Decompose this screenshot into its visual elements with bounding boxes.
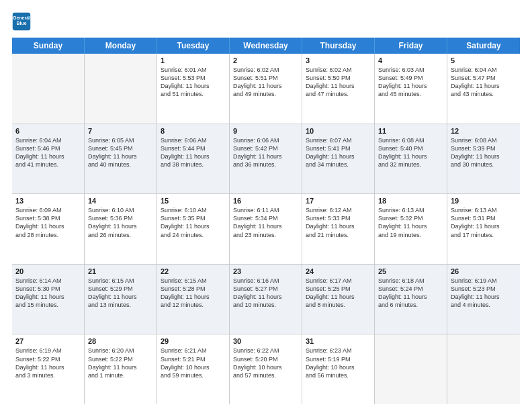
- day-number: 9: [233, 127, 298, 135]
- calendar-day-16: 16Sunrise: 6:11 AM Sunset: 5:34 PM Dayli…: [230, 194, 302, 264]
- calendar-row: 20Sunrise: 6:14 AM Sunset: 5:30 PM Dayli…: [12, 265, 520, 335]
- day-number: 16: [233, 197, 298, 205]
- day-info: Sunrise: 6:17 AM Sunset: 5:25 PM Dayligh…: [306, 277, 371, 310]
- day-info: Sunrise: 6:15 AM Sunset: 5:28 PM Dayligh…: [161, 277, 226, 310]
- day-info: Sunrise: 6:21 AM Sunset: 5:21 PM Dayligh…: [161, 347, 226, 379]
- day-info: Sunrise: 6:19 AM Sunset: 5:23 PM Dayligh…: [451, 277, 517, 310]
- logo-icon: General Blue: [12, 12, 31, 31]
- weekday-header: Sunday: [12, 38, 85, 54]
- calendar-day-12: 12Sunrise: 6:08 AM Sunset: 5:39 PM Dayli…: [447, 124, 520, 194]
- calendar-day-3: 3Sunrise: 6:02 AM Sunset: 5:50 PM Daylig…: [302, 54, 375, 124]
- calendar-day-10: 10Sunrise: 6:07 AM Sunset: 5:41 PM Dayli…: [302, 124, 375, 194]
- svg-text:Blue: Blue: [16, 21, 26, 26]
- day-number: 1: [161, 56, 226, 64]
- calendar-day-15: 15Sunrise: 6:10 AM Sunset: 5:35 PM Dayli…: [157, 194, 230, 264]
- page-header: General Blue: [12, 12, 520, 31]
- weekday-header: Saturday: [447, 38, 520, 54]
- day-number: 8: [161, 127, 226, 135]
- day-info: Sunrise: 6:22 AM Sunset: 5:20 PM Dayligh…: [233, 347, 298, 379]
- calendar-day-19: 19Sunrise: 6:13 AM Sunset: 5:31 PM Dayli…: [447, 194, 520, 264]
- calendar: SundayMondayTuesdayWednesdayThursdayFrid…: [12, 38, 520, 404]
- day-number: 3: [306, 56, 371, 64]
- day-number: 31: [306, 337, 371, 345]
- calendar-day-26: 26Sunrise: 6:19 AM Sunset: 5:23 PM Dayli…: [447, 265, 520, 334]
- day-info: Sunrise: 6:09 AM Sunset: 5:38 PM Dayligh…: [15, 206, 81, 239]
- day-number: 26: [451, 267, 517, 275]
- calendar-empty-cell: [375, 334, 447, 404]
- calendar-day-14: 14Sunrise: 6:10 AM Sunset: 5:36 PM Dayli…: [85, 194, 157, 264]
- calendar-day-13: 13Sunrise: 6:09 AM Sunset: 5:38 PM Dayli…: [12, 194, 85, 264]
- calendar-day-24: 24Sunrise: 6:17 AM Sunset: 5:25 PM Dayli…: [302, 265, 375, 334]
- day-number: 17: [306, 197, 371, 205]
- day-number: 27: [15, 337, 81, 345]
- weekday-header: Tuesday: [157, 38, 230, 54]
- calendar-row: 1Sunrise: 6:01 AM Sunset: 5:53 PM Daylig…: [12, 54, 520, 124]
- day-info: Sunrise: 6:02 AM Sunset: 5:50 PM Dayligh…: [306, 66, 371, 99]
- day-number: 10: [306, 127, 371, 135]
- day-info: Sunrise: 6:23 AM Sunset: 5:19 PM Dayligh…: [306, 347, 371, 379]
- day-info: Sunrise: 6:08 AM Sunset: 5:40 PM Dayligh…: [378, 136, 443, 169]
- day-number: 23: [233, 267, 298, 275]
- day-number: 21: [88, 267, 153, 275]
- day-info: Sunrise: 6:13 AM Sunset: 5:31 PM Dayligh…: [451, 206, 517, 239]
- day-number: 11: [378, 127, 443, 135]
- logo: General Blue: [12, 12, 31, 31]
- day-number: 24: [306, 267, 371, 275]
- day-info: Sunrise: 6:01 AM Sunset: 5:53 PM Dayligh…: [161, 66, 226, 99]
- calendar-day-18: 18Sunrise: 6:13 AM Sunset: 5:32 PM Dayli…: [375, 194, 447, 264]
- calendar-row: 27Sunrise: 6:19 AM Sunset: 5:22 PM Dayli…: [12, 334, 520, 404]
- calendar-day-1: 1Sunrise: 6:01 AM Sunset: 5:53 PM Daylig…: [157, 54, 230, 124]
- day-number: 25: [378, 267, 443, 275]
- calendar-day-2: 2Sunrise: 6:02 AM Sunset: 5:51 PM Daylig…: [230, 54, 302, 124]
- calendar-day-8: 8Sunrise: 6:06 AM Sunset: 5:44 PM Daylig…: [157, 124, 230, 194]
- day-info: Sunrise: 6:06 AM Sunset: 5:42 PM Dayligh…: [233, 136, 298, 169]
- calendar-empty-cell: [85, 54, 157, 124]
- day-number: 14: [88, 197, 153, 205]
- calendar-row: 13Sunrise: 6:09 AM Sunset: 5:38 PM Dayli…: [12, 194, 520, 265]
- day-number: 4: [378, 56, 443, 64]
- day-info: Sunrise: 6:05 AM Sunset: 5:45 PM Dayligh…: [88, 136, 153, 169]
- weekday-header: Wednesday: [230, 38, 302, 54]
- day-info: Sunrise: 6:18 AM Sunset: 5:24 PM Dayligh…: [378, 277, 443, 310]
- day-info: Sunrise: 6:15 AM Sunset: 5:29 PM Dayligh…: [88, 277, 153, 310]
- day-number: 18: [378, 197, 443, 205]
- calendar-row: 6Sunrise: 6:04 AM Sunset: 5:46 PM Daylig…: [12, 124, 520, 195]
- day-number: 22: [161, 267, 226, 275]
- day-info: Sunrise: 6:06 AM Sunset: 5:44 PM Dayligh…: [161, 136, 226, 169]
- day-number: 12: [451, 127, 517, 135]
- day-number: 29: [161, 337, 226, 345]
- calendar-body: 1Sunrise: 6:01 AM Sunset: 5:53 PM Daylig…: [12, 54, 520, 404]
- weekday-header: Friday: [375, 38, 447, 54]
- calendar-day-25: 25Sunrise: 6:18 AM Sunset: 5:24 PM Dayli…: [375, 265, 447, 334]
- day-info: Sunrise: 6:13 AM Sunset: 5:32 PM Dayligh…: [378, 206, 443, 239]
- weekday-header: Thursday: [302, 38, 375, 54]
- calendar-empty-cell: [12, 54, 85, 124]
- day-number: 2: [233, 56, 298, 64]
- weekday-header: Monday: [85, 38, 157, 54]
- day-info: Sunrise: 6:02 AM Sunset: 5:51 PM Dayligh…: [233, 66, 298, 99]
- day-info: Sunrise: 6:04 AM Sunset: 5:47 PM Dayligh…: [451, 66, 517, 99]
- day-number: 19: [451, 197, 517, 205]
- calendar-day-20: 20Sunrise: 6:14 AM Sunset: 5:30 PM Dayli…: [12, 265, 85, 334]
- day-number: 30: [233, 337, 298, 345]
- svg-text:General: General: [13, 15, 30, 20]
- calendar-day-17: 17Sunrise: 6:12 AM Sunset: 5:33 PM Dayli…: [302, 194, 375, 264]
- day-info: Sunrise: 6:11 AM Sunset: 5:34 PM Dayligh…: [233, 206, 298, 239]
- calendar-header: SundayMondayTuesdayWednesdayThursdayFrid…: [12, 38, 520, 54]
- calendar-day-27: 27Sunrise: 6:19 AM Sunset: 5:22 PM Dayli…: [12, 334, 85, 404]
- day-info: Sunrise: 6:03 AM Sunset: 5:49 PM Dayligh…: [378, 66, 443, 99]
- calendar-day-29: 29Sunrise: 6:21 AM Sunset: 5:21 PM Dayli…: [157, 334, 230, 404]
- day-number: 28: [88, 337, 153, 345]
- calendar-day-7: 7Sunrise: 6:05 AM Sunset: 5:45 PM Daylig…: [85, 124, 157, 194]
- calendar-day-21: 21Sunrise: 6:15 AM Sunset: 5:29 PM Dayli…: [85, 265, 157, 334]
- calendar-day-30: 30Sunrise: 6:22 AM Sunset: 5:20 PM Dayli…: [230, 334, 302, 404]
- day-number: 13: [15, 197, 81, 205]
- calendar-day-22: 22Sunrise: 6:15 AM Sunset: 5:28 PM Dayli…: [157, 265, 230, 334]
- day-info: Sunrise: 6:10 AM Sunset: 5:36 PM Dayligh…: [88, 206, 153, 239]
- calendar-empty-cell: [447, 334, 520, 404]
- day-number: 5: [451, 56, 517, 64]
- day-info: Sunrise: 6:20 AM Sunset: 5:22 PM Dayligh…: [88, 347, 153, 379]
- calendar-day-28: 28Sunrise: 6:20 AM Sunset: 5:22 PM Dayli…: [85, 334, 157, 404]
- calendar-day-6: 6Sunrise: 6:04 AM Sunset: 5:46 PM Daylig…: [12, 124, 85, 194]
- day-info: Sunrise: 6:14 AM Sunset: 5:30 PM Dayligh…: [15, 277, 81, 310]
